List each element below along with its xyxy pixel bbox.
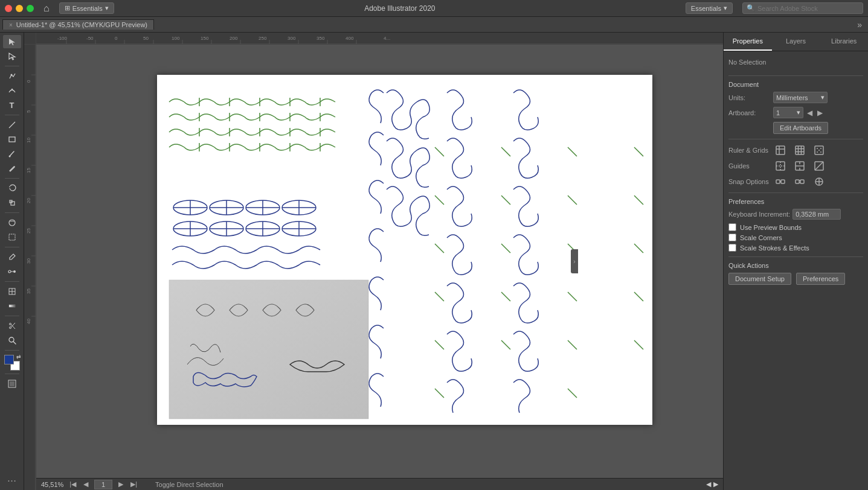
window-controls <box>5 5 34 12</box>
mesh-tool[interactable] <box>3 285 21 298</box>
maximize-button[interactable] <box>27 5 34 12</box>
tab-properties[interactable]: Properties <box>724 33 772 51</box>
use-preview-bounds-checkbox[interactable] <box>728 223 736 231</box>
expand-icon[interactable]: » <box>854 20 866 30</box>
guides-icon-2[interactable] <box>792 160 807 172</box>
minimize-button[interactable] <box>16 5 23 12</box>
artboard-select[interactable]: 1 ▾ <box>773 107 803 118</box>
selection-tool[interactable] <box>3 35 21 48</box>
collapse-arrow-icon: › <box>573 258 575 265</box>
panel-tabs: Properties Layers Libraries <box>724 33 868 51</box>
panel-content: No Selection Document Units: Millimeters… <box>724 51 868 490</box>
preferences-button[interactable]: Preferences <box>796 273 845 285</box>
svg-line-124 <box>568 147 577 156</box>
scale-corners-checkbox[interactable] <box>728 234 736 241</box>
eyedropper-tool[interactable] <box>3 250 21 264</box>
scroll-right-btn[interactable]: ▶ <box>713 480 718 488</box>
artboard-viewport <box>36 45 723 478</box>
gradient-tool[interactable] <box>3 299 21 313</box>
nav-last-btn[interactable]: ▶| <box>129 480 138 488</box>
app-title: Adobe Illustrator 2020 <box>119 4 681 13</box>
scale-strokes-checkbox[interactable] <box>728 244 736 252</box>
tab-close-icon[interactable]: × <box>9 22 13 28</box>
snap-icons <box>773 176 826 188</box>
more-tools[interactable]: … <box>7 473 17 488</box>
vertical-ruler: 0 5 10 15 20 25 30 35 40 <box>24 45 36 490</box>
scissors-tool[interactable] <box>3 319 21 332</box>
rectangle-tool[interactable] <box>3 133 21 146</box>
svg-rect-3 <box>9 137 15 142</box>
warp-tool[interactable] <box>3 216 21 229</box>
svg-line-127 <box>568 292 577 301</box>
scale-tool[interactable] <box>3 196 21 209</box>
units-row: Units: Millimeters ▾ <box>728 92 863 103</box>
paintbrush-tool[interactable] <box>3 147 21 161</box>
tab-libraries[interactable]: Libraries <box>820 33 868 51</box>
keyboard-increment-input[interactable] <box>792 209 841 220</box>
document-tab[interactable]: × Untitled-1* @ 45,51% (CMYK/GPU Preview… <box>2 19 154 30</box>
direct-selection-tool[interactable] <box>3 49 21 63</box>
pencil-tool[interactable] <box>3 162 21 175</box>
svg-point-1 <box>11 89 12 90</box>
rotate-tool[interactable] <box>3 182 21 195</box>
change-screen-mode[interactable] <box>3 377 21 390</box>
units-label: Units: <box>728 94 771 101</box>
svg-line-113 <box>435 147 444 156</box>
svg-point-10 <box>13 270 16 273</box>
svg-rect-15 <box>9 305 15 307</box>
fg-bg-colors[interactable]: ⇄ <box>4 355 20 371</box>
grid-icon[interactable] <box>792 144 807 156</box>
scale-corners-row: Scale Corners <box>728 234 863 241</box>
blend-tool[interactable] <box>3 265 21 278</box>
document-setup-button[interactable]: Document Setup <box>728 273 791 285</box>
essentials-button[interactable]: Essentials ▾ <box>686 2 733 14</box>
artboard-next-btn[interactable]: ▶ <box>816 109 824 117</box>
snap-icon-3[interactable] <box>812 176 826 188</box>
panel-collapse-handle[interactable]: › <box>571 249 578 273</box>
ruler-grids-row: Ruler & Grids <box>728 144 863 156</box>
svg-text:20: 20 <box>26 198 31 203</box>
pen-tool[interactable] <box>3 69 21 83</box>
snap-icon-1[interactable] <box>773 176 788 188</box>
artboard-prev-btn[interactable]: ◀ <box>806 109 814 117</box>
scroll-left-btn[interactable]: ◀ <box>706 480 711 488</box>
home-icon[interactable]: ⌂ <box>43 3 50 14</box>
svg-rect-5 <box>11 202 14 205</box>
edit-artboards-button[interactable]: Edit Artboards <box>773 122 828 134</box>
svg-rect-8 <box>9 234 15 240</box>
svg-text:0: 0 <box>115 36 118 41</box>
svg-rect-135 <box>776 146 785 154</box>
type-tool[interactable]: T <box>3 98 21 112</box>
use-preview-bounds-row: Use Preview Bounds <box>728 223 863 231</box>
left-toolbar: T <box>0 33 24 490</box>
chevron-down-icon: ▾ <box>105 4 109 12</box>
workspace-label: Essentials <box>72 5 103 12</box>
svg-point-145 <box>820 148 821 149</box>
svg-text:5: 5 <box>26 110 31 113</box>
search-bar[interactable]: 🔍 <box>742 2 863 14</box>
nav-prev-btn[interactable]: ◀ <box>82 480 89 488</box>
foreground-color[interactable] <box>4 355 14 364</box>
workspace-button[interactable]: ⊞ Essentials ▾ <box>59 2 114 14</box>
ruler-icon-1[interactable] <box>773 144 788 156</box>
units-select[interactable]: Millimeters ▾ <box>773 92 828 103</box>
search-input[interactable] <box>757 5 854 12</box>
close-button[interactable] <box>5 5 12 12</box>
line-tool[interactable] <box>3 118 21 132</box>
snap-icon-2[interactable] <box>792 176 807 188</box>
guides-icon-3[interactable] <box>812 160 826 172</box>
guides-icon-1[interactable] <box>773 160 788 172</box>
tab-layers[interactable]: Layers <box>772 33 820 51</box>
scale-strokes-row: Scale Strokes & Effects <box>728 244 863 252</box>
dot-grid-icon[interactable] <box>812 144 826 156</box>
nav-first-btn[interactable]: |◀ <box>68 480 77 488</box>
zoom-tool[interactable] <box>3 334 21 347</box>
free-transform-tool[interactable] <box>3 231 21 244</box>
curvature-tool[interactable] <box>3 84 21 97</box>
scale-corners-label: Scale Corners <box>740 234 782 241</box>
nav-next-btn[interactable]: ▶ <box>117 480 124 488</box>
svg-line-134 <box>634 340 643 349</box>
color-swap-icon[interactable]: ⇄ <box>16 354 21 360</box>
svg-rect-149 <box>776 162 785 170</box>
page-input[interactable] <box>94 480 112 489</box>
